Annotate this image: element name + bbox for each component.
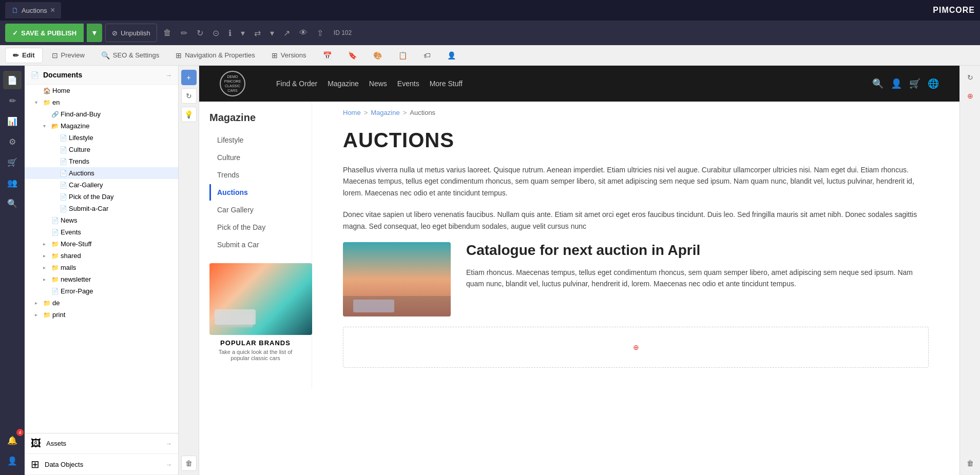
right-tool-target[interactable]: ⊕ <box>963 88 978 104</box>
assets-label: Assets <box>46 440 66 447</box>
calendar-icon: 📅 <box>323 51 332 60</box>
data-objects-item[interactable]: ⊞ Data Objects → <box>25 454 178 475</box>
tree-item-events[interactable]: 📄 Events <box>25 226 178 238</box>
lightbulb-button[interactable]: 💡 <box>181 107 197 122</box>
data-objects-label: Data Objects <box>45 461 83 468</box>
tree-item-error-page[interactable]: 📄 Error-Page <box>25 285 178 297</box>
external-link-icon[interactable]: ↗ <box>280 25 293 41</box>
mag-nav-culture[interactable]: Culture <box>209 149 301 166</box>
edit-pencil-icon[interactable]: ✏ <box>178 25 190 41</box>
tree-item-trends[interactable]: 📄 Trends <box>25 155 178 167</box>
tree-label-fab: Find-and-Buy <box>61 110 174 118</box>
unpublish-button[interactable]: ⊘ Unpublish <box>105 24 157 42</box>
content-area: DEMO PIMCORE CLASSIC CARS Find & Order M… <box>199 66 959 475</box>
tree-item-news[interactable]: 📄 News <box>25 214 178 226</box>
save-publish-button[interactable]: ✓ SAVE & PUBLISH <box>5 24 84 42</box>
right-tool-trash[interactable]: 🗑 <box>963 456 978 471</box>
bottom-content-block[interactable]: ⊕ <box>343 327 929 368</box>
doc-icon-lifestyle: 📄 <box>60 134 67 142</box>
nav-search-icon[interactable]: 🔍 <box>872 78 883 89</box>
add-block-button[interactable]: + <box>181 70 197 85</box>
info-icon[interactable]: ℹ <box>225 25 235 41</box>
share-icon[interactable]: ⇧ <box>314 25 326 41</box>
catalogue-image <box>343 242 451 316</box>
sidebar-item-settings[interactable]: ⚙ <box>3 132 22 151</box>
tab-person[interactable]: 👤 <box>440 48 463 63</box>
nav-find-order[interactable]: Find & Order <box>276 80 317 88</box>
tree-item-lifestyle[interactable]: 📄 Lifestyle <box>25 132 178 144</box>
tab-nav-properties[interactable]: ⊞ Navigation & Properties <box>168 48 262 63</box>
tree-item-de[interactable]: ▸ 📁 de <box>25 297 178 309</box>
tree-item-home[interactable]: 🏠 Home <box>25 85 178 96</box>
mag-nav-lifestyle[interactable]: Lifestyle <box>209 132 301 148</box>
eye-icon[interactable]: 👁 <box>296 25 311 41</box>
sidebar-item-analytics[interactable]: 📊 <box>3 112 22 130</box>
sidebar-item-documents[interactable]: 📄 <box>3 71 22 89</box>
tree-item-car-gallery[interactable]: 📄 Car-Gallery <box>25 179 178 191</box>
paragraph-1: Phasellus viverra nulla ut metus varius … <box>343 164 929 199</box>
mag-nav-pick-of-day[interactable]: Pick of the Day <box>209 219 301 235</box>
translate-icon[interactable]: ⇄ <box>251 25 264 41</box>
tab-palette[interactable]: 🎨 <box>366 48 389 63</box>
tree-item-newsletter[interactable]: ▸ 📁 newsletter <box>25 273 178 285</box>
tree-item-auctions[interactable]: 📄 Auctions <box>25 167 178 179</box>
right-tool-refresh[interactable]: ↻ <box>963 70 978 85</box>
mag-nav-auctions[interactable]: Auctions <box>209 184 301 201</box>
doc-icon-pick-of-day: 📄 <box>60 193 67 201</box>
sidebar-item-edit[interactable]: ✏ <box>3 91 22 110</box>
nav-globe-icon[interactable]: 🌐 <box>928 78 939 89</box>
tree-item-submit-car[interactable]: 📄 Submit-a-Car <box>25 203 178 214</box>
refresh-tool-button[interactable]: ↻ <box>181 88 197 104</box>
nav-news[interactable]: News <box>369 80 387 88</box>
versions-icon: ⊞ <box>272 51 278 60</box>
tab-calendar[interactable]: 📅 <box>316 48 339 63</box>
trash-tool-button[interactable]: 🗑 <box>181 456 197 471</box>
sidebar-item-ecommerce[interactable]: 🛒 <box>3 153 22 171</box>
tab-tag[interactable]: 🏷 <box>416 48 438 63</box>
tree-item-more-stuff[interactable]: ▸ 📁 More-Stuff <box>25 238 178 250</box>
breadcrumb: Home > Magazine > Auctions <box>312 102 959 124</box>
tree-item-shared[interactable]: ▸ 📁 shared <box>25 250 178 262</box>
tree-expand-mag[interactable]: ▾ <box>43 123 49 129</box>
tree-item-pick-of-day[interactable]: 📄 Pick of the Day <box>25 191 178 203</box>
assets-item[interactable]: 🖼 Assets → <box>25 433 178 454</box>
doc-icon-car-gallery: 📄 <box>60 182 67 189</box>
tab-close-icon[interactable]: × <box>50 6 55 15</box>
refresh-icon[interactable]: ↻ <box>194 25 206 41</box>
more-icon[interactable]: ▾ <box>238 25 248 41</box>
tree-item-magazine[interactable]: ▾ 📂 Magazine <box>25 120 178 132</box>
sidebar-expand-icon[interactable]: → <box>165 71 172 79</box>
sidebar-item-profile[interactable]: 👤 <box>3 451 22 470</box>
sidebar-item-search[interactable]: 🔍 <box>3 194 22 212</box>
tree-expand-en[interactable]: ▾ <box>35 100 41 105</box>
nav-magazine[interactable]: Magazine <box>328 80 359 88</box>
mag-nav-trends[interactable]: Trends <box>209 167 301 183</box>
tab-versions[interactable]: ⊞ Versions <box>264 48 314 63</box>
nav-user-icon[interactable]: 👤 <box>891 78 902 89</box>
sidebar-item-notifications[interactable]: 🔔 <box>3 431 22 449</box>
tree-item-print[interactable]: ▸ 📁 print <box>25 309 178 321</box>
delete-icon[interactable]: 🗑 <box>160 25 175 41</box>
edit-toolbar: ✏ Edit ⊡ Preview 🔍 SEO & Settings ⊞ Navi… <box>0 45 980 66</box>
tab-preview[interactable]: ⊡ Preview <box>45 48 92 63</box>
nav-events[interactable]: Events <box>397 80 419 88</box>
translate-dropdown-icon[interactable]: ▾ <box>267 25 277 41</box>
tab-workflow[interactable]: 📋 <box>391 48 414 63</box>
tree-item-culture[interactable]: 📄 Culture <box>25 144 178 155</box>
breadcrumb-magazine[interactable]: Magazine <box>371 109 399 116</box>
save-publish-dropdown[interactable]: ▼ <box>87 24 102 42</box>
breadcrumb-home[interactable]: Home <box>343 109 361 116</box>
nav-cart-icon[interactable]: 🛒 <box>909 78 920 89</box>
mag-nav-submit-car[interactable]: Submit a Car <box>209 236 301 253</box>
target-icon[interactable]: ⊙ <box>209 25 222 41</box>
tab-bookmark[interactable]: 🔖 <box>341 48 364 63</box>
auctions-tab[interactable]: 🗋 Auctions × <box>5 2 61 18</box>
sidebar-item-users[interactable]: 👥 <box>3 173 22 192</box>
mag-nav-car-gallery[interactable]: Car Gallery <box>209 202 301 218</box>
tree-item-mails[interactable]: ▸ 📁 mails <box>25 262 178 273</box>
nav-more-stuff[interactable]: More Stuff <box>430 80 463 88</box>
tree-item-find-and-buy[interactable]: 🔗 Find-and-Buy <box>25 108 178 120</box>
tree-item-en[interactable]: ▾ 📁 en <box>25 96 178 108</box>
tab-seo[interactable]: 🔍 SEO & Settings <box>94 48 166 63</box>
tab-edit[interactable]: ✏ Edit <box>5 48 43 63</box>
